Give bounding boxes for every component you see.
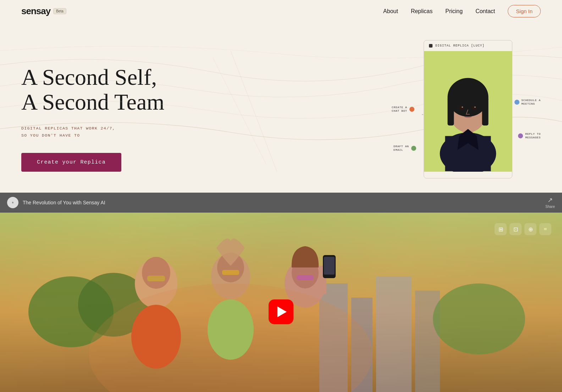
replica-card-header: DIGITAL REPLICA [LUCY]	[424, 40, 512, 51]
video-title: The Revolution of You with Sensay AI	[23, 200, 105, 205]
chatbot-dot	[409, 107, 414, 112]
nav-links: About Replicas Pricing Contact Sign In	[383, 5, 541, 17]
video-ui-elements: ⊞ ⊡ ⊕ ≡	[495, 223, 551, 235]
video-section: s The Revolution of You with Sensay AI ↗…	[0, 193, 562, 392]
nav-replicas[interactable]: Replicas	[411, 8, 432, 14]
replica-card: DIGITAL REPLICA [LUCY]	[424, 40, 512, 178]
reply-dot	[518, 133, 523, 138]
node-email: DRAFT ANEMAIL	[393, 145, 416, 152]
card-dot	[429, 44, 432, 48]
svg-rect-35	[222, 270, 239, 275]
camera-icon: ⊡	[509, 223, 522, 235]
svg-rect-38	[297, 275, 314, 280]
cta-button[interactable]: Create your Replica	[21, 153, 121, 172]
channel-avatar: s	[7, 197, 18, 208]
hero-section: A Second Self, A Second Team DIGITAL REP…	[0, 22, 562, 193]
person-svg	[424, 51, 512, 172]
hero-subtitle: DIGITAL REPLICAS THAT WORK 24/7, SO YOU …	[21, 125, 164, 139]
grid-icon: ⊞	[495, 223, 507, 235]
nav-contact[interactable]: Contact	[475, 8, 495, 14]
nav-about[interactable]: About	[383, 8, 398, 14]
hero-right: CREATE ACHAT BOT DRAFT ANEMAIL SCHEDULE …	[392, 37, 541, 178]
video-player[interactable]: ⊞ ⊡ ⊕ ≡	[0, 212, 562, 392]
svg-point-16	[462, 107, 463, 108]
menu-icon: ≡	[539, 223, 551, 235]
hero-left: A Second Self, A Second Team DIGITAL REP…	[21, 37, 164, 172]
svg-point-15	[472, 106, 477, 110]
video-header: s The Revolution of You with Sensay AI ↗…	[0, 193, 562, 212]
svg-point-14	[459, 106, 464, 110]
node-schedule: SCHEDULE AMEETING	[514, 99, 541, 106]
signin-button[interactable]: Sign In	[508, 5, 541, 17]
logo-text: sensay	[21, 6, 50, 17]
schedule-dot	[514, 100, 519, 105]
navbar: sensay Beta About Replicas Pricing Conta…	[0, 0, 562, 22]
svg-point-29	[142, 257, 170, 289]
share-icon: ↗	[547, 196, 553, 204]
svg-rect-12	[447, 97, 454, 125]
node-reply: REPLY TOMESSAGES	[518, 132, 541, 140]
replica-card-label: DIGITAL REPLICA [LUCY]	[435, 44, 485, 48]
play-button[interactable]	[269, 299, 293, 324]
svg-rect-41	[324, 257, 335, 275]
hero-title: A Second Self, A Second Team	[21, 65, 164, 115]
play-icon	[277, 307, 287, 317]
plus-icon: ⊕	[524, 223, 536, 235]
svg-rect-23	[376, 276, 412, 392]
share-button[interactable]: ↗ Share	[545, 196, 555, 209]
channel-initial: s	[12, 201, 13, 204]
beta-badge: Beta	[53, 8, 66, 14]
svg-rect-31	[147, 276, 165, 281]
svg-point-27	[433, 283, 525, 354]
node-chatbot: CREATE ACHAT BOT	[392, 106, 414, 113]
svg-rect-13	[482, 97, 489, 125]
nav-pricing[interactable]: Pricing	[445, 8, 463, 14]
email-dot	[411, 146, 416, 151]
svg-point-17	[474, 107, 476, 108]
logo-container: sensay Beta	[21, 6, 66, 17]
replica-person-area	[424, 51, 512, 172]
